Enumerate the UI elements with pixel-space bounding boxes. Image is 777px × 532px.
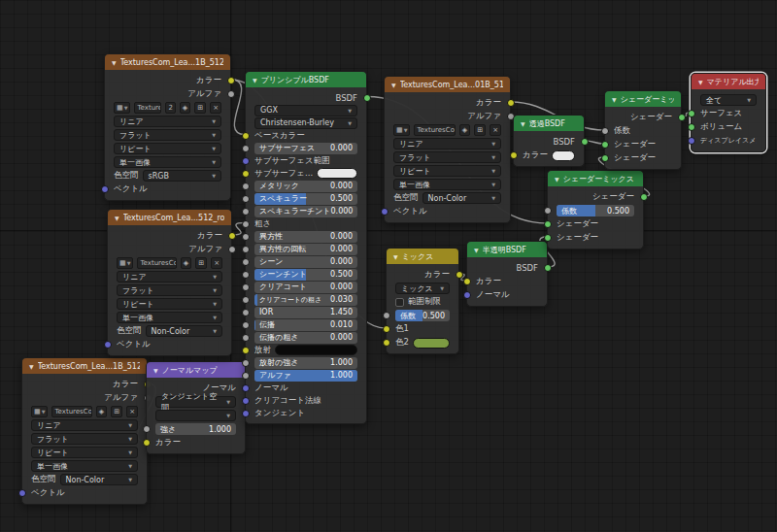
colorspace-dropdown[interactable]: Non-Color▼ <box>422 192 502 204</box>
colorspace-dropdown[interactable]: Non-Color▼ <box>146 325 223 337</box>
node-header[interactable]: ▼ 半透明BSDF <box>467 242 547 257</box>
transmission-slider[interactable]: 伝播0.010 <box>254 319 357 331</box>
anisotropic-slider[interactable]: 異方性0.000 <box>254 231 357 243</box>
space-dropdown[interactable]: タンジェント空間▼ <box>155 396 236 408</box>
collapse-icon[interactable]: ▼ <box>555 176 559 183</box>
extension-dropdown[interactable]: リピート▼ <box>114 143 221 154</box>
collapse-icon[interactable]: ▼ <box>612 96 617 103</box>
colorspace-dropdown[interactable]: sRGB▼ <box>143 170 222 182</box>
socket-color1-input[interactable] <box>383 325 390 333</box>
socket-color-input[interactable] <box>510 151 518 159</box>
socket-emission-strength-input[interactable] <box>242 359 250 367</box>
socket-vector-input[interactable] <box>104 341 112 349</box>
collapse-icon[interactable]: ▼ <box>153 367 158 374</box>
source-dropdown[interactable]: 単一画像▼ <box>117 312 222 323</box>
node-header[interactable]: ▼ TexturesCom_Lea...512_roughness.tif <box>108 210 231 225</box>
strength-field[interactable]: 強さ1.000 <box>155 423 236 435</box>
fake-user-button[interactable]: ◈ <box>459 124 470 136</box>
socket-bsdf-output[interactable] <box>544 264 552 272</box>
node-image-texture-alpha[interactable]: ▼ TexturesCom_Lea...01B_512_alpha.tif カラ… <box>384 76 511 223</box>
node-material-output[interactable]: ▼ マテリアル出力 全て▼ サーフェス ボリューム ディスプレイスメント <box>691 73 766 152</box>
node-header[interactable]: ▼ シェーダーミックス <box>605 91 681 107</box>
node-header[interactable]: ▼ ノーマルマップ <box>147 362 245 378</box>
socket-clearcoat-input[interactable] <box>242 283 250 291</box>
socket-specular-input[interactable] <box>242 195 250 203</box>
sheen-slider[interactable]: シーン0.000 <box>254 256 357 268</box>
colorspace-dropdown[interactable]: Non-Color▼ <box>60 474 139 485</box>
ior-field[interactable]: IOR1.450 <box>254 307 357 318</box>
node-mix-shader-top[interactable]: ▼ シェーダーミックス シェーダー 係数 シェーダー シェーダー <box>604 90 682 170</box>
socket-metallic-input[interactable] <box>242 183 250 190</box>
subsurface-method-dropdown[interactable]: Christensen-Burley▼ <box>254 117 357 129</box>
color-swatch[interactable] <box>552 150 575 161</box>
color2-swatch[interactable] <box>413 338 450 349</box>
socket-roughness-input[interactable] <box>242 220 250 228</box>
node-header[interactable]: ▼ シェーダーミックス <box>548 171 643 186</box>
socket-clearcoat-normal-input[interactable] <box>242 397 250 405</box>
image-browse-button[interactable]: ▦▼ <box>117 257 133 269</box>
image-name-field[interactable]: TexturesCom_L... <box>51 406 91 417</box>
node-header[interactable]: ▼ マテリアル出力 <box>692 74 765 89</box>
socket-color-output[interactable] <box>228 232 236 240</box>
collapse-icon[interactable]: ▼ <box>521 120 525 127</box>
unlink-button[interactable]: × <box>211 257 222 269</box>
socket-shader2-input[interactable] <box>601 154 609 162</box>
speculartint-slider[interactable]: スペキュラーチント0.000 <box>254 206 357 217</box>
collapse-icon[interactable]: ▼ <box>253 77 257 83</box>
node-header[interactable]: ▼ TexturesCom_Lea...1B_512_albedo.tif <box>105 54 230 70</box>
node-header[interactable]: ▼ ミックス <box>387 249 458 264</box>
specular-slider[interactable]: スペキュラー0.500 <box>254 193 357 205</box>
socket-tangent-input[interactable] <box>242 410 250 417</box>
socket-normal-input[interactable] <box>463 291 471 299</box>
node-mix-color[interactable]: ▼ ミックス カラー ミックス▼ 範囲制限 係数0.500 色1 色2 <box>386 248 459 354</box>
sheentint-slider[interactable]: シーンチント0.500 <box>254 269 357 281</box>
socket-ior-input[interactable] <box>242 309 250 316</box>
distribution-dropdown[interactable]: GGX▼ <box>254 105 357 116</box>
socket-speculartint-input[interactable] <box>242 208 250 216</box>
interpolation-dropdown[interactable]: リニア▼ <box>117 271 222 283</box>
open-image-button[interactable]: ⊞ <box>195 257 207 269</box>
image-name-field[interactable]: TexturesCom_L... <box>414 124 455 136</box>
clearcoat-slider[interactable]: クリアコート0.000 <box>254 282 357 293</box>
fac-slider[interactable]: 係数0.500 <box>557 205 634 216</box>
interpolation-dropdown[interactable]: リニア▼ <box>114 116 221 127</box>
socket-subsurface-input[interactable] <box>242 145 250 152</box>
projection-dropdown[interactable]: フラット▼ <box>114 129 221 141</box>
source-dropdown[interactable]: 単一画像▼ <box>393 179 501 190</box>
interpolation-dropdown[interactable]: リニア▼ <box>393 138 501 150</box>
node-header[interactable]: ▼ TexturesCom_Lea...01B_512_alpha.tif <box>385 77 510 92</box>
socket-clearcoat-roughness-input[interactable] <box>242 296 250 304</box>
collapse-icon[interactable]: ▼ <box>698 79 703 85</box>
node-header[interactable]: ▼ プリンシプルBSDF <box>246 72 366 87</box>
socket-bsdf-output[interactable] <box>581 138 589 146</box>
node-normal-map[interactable]: ▼ ノーマルマップ ノーマル タンジェント空間▼ ▼ 強さ1.000 カラー <box>146 361 246 454</box>
projection-dropdown[interactable]: フラット▼ <box>31 433 138 445</box>
socket-volume-input[interactable] <box>688 123 695 131</box>
socket-emission-input[interactable] <box>242 347 250 354</box>
socket-alpha-input[interactable] <box>242 372 250 380</box>
socket-shader-output[interactable] <box>678 114 686 121</box>
interpolation-dropdown[interactable]: リニア▼ <box>31 419 138 431</box>
socket-fac-input[interactable] <box>383 312 390 319</box>
socket-alpha-output[interactable] <box>227 90 235 98</box>
node-image-texture-albedo[interactable]: ▼ TexturesCom_Lea...1B_512_albedo.tif カラ… <box>104 53 231 201</box>
node-image-texture-roughness[interactable]: ▼ TexturesCom_Lea...512_roughness.tif カラ… <box>107 209 232 356</box>
collapse-icon[interactable]: ▼ <box>115 215 119 221</box>
socket-color-input[interactable] <box>463 278 471 285</box>
uvmap-dropdown[interactable]: ▼ <box>155 410 236 421</box>
fake-user-button[interactable]: ◈ <box>96 406 107 417</box>
collapse-icon[interactable]: ▼ <box>29 363 34 370</box>
unlink-button[interactable]: × <box>490 124 501 136</box>
socket-color-input[interactable] <box>143 439 151 447</box>
socket-strength-input[interactable] <box>143 425 151 433</box>
clamp-checkbox[interactable] <box>395 298 404 307</box>
socket-anisotropic-input[interactable] <box>242 233 250 241</box>
socket-vector-input[interactable] <box>18 489 26 497</box>
emission-color-swatch[interactable] <box>275 345 357 355</box>
extension-dropdown[interactable]: リピート▼ <box>393 165 501 177</box>
socket-basecolor-input[interactable] <box>242 132 250 140</box>
source-dropdown[interactable]: 単一画像▼ <box>31 460 138 472</box>
node-transparent-bsdf[interactable]: ▼ 透過BSDF BSDF カラー <box>513 115 585 167</box>
node-mix-shader-mid[interactable]: ▼ シェーダーミックス シェーダー 係数0.500 シェーダー シェーダー <box>547 170 644 249</box>
fake-user-button[interactable]: ◈ <box>180 102 190 114</box>
